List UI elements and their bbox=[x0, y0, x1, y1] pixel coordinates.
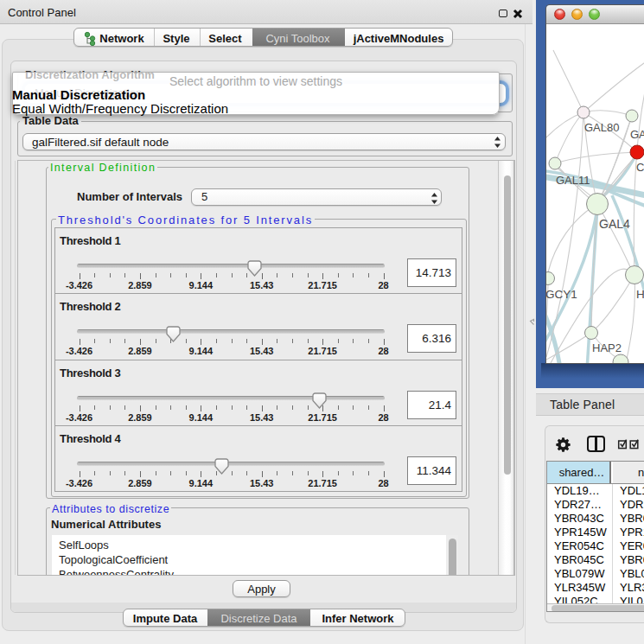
svg-text:GAL4: GAL4 bbox=[599, 217, 630, 231]
svg-text:H: H bbox=[636, 288, 644, 301]
svg-text:HAP2: HAP2 bbox=[592, 341, 622, 354]
svg-text:GCY1: GCY1 bbox=[546, 288, 577, 301]
svg-text:GAL80: GAL80 bbox=[584, 121, 619, 134]
svg-text:C: C bbox=[636, 161, 644, 174]
svg-text:GAL11: GAL11 bbox=[556, 174, 590, 187]
svg-text:GA: GA bbox=[630, 128, 644, 141]
